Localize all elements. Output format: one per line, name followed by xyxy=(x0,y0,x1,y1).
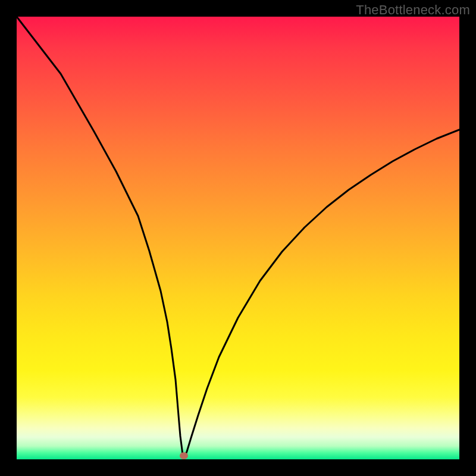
curve-layer xyxy=(17,17,459,459)
optimum-marker xyxy=(180,452,188,459)
watermark-text: TheBottleneck.com xyxy=(356,2,470,18)
plot-area xyxy=(17,17,459,459)
chart-container: TheBottleneck.com xyxy=(0,0,476,476)
bottleneck-curve xyxy=(17,17,459,456)
